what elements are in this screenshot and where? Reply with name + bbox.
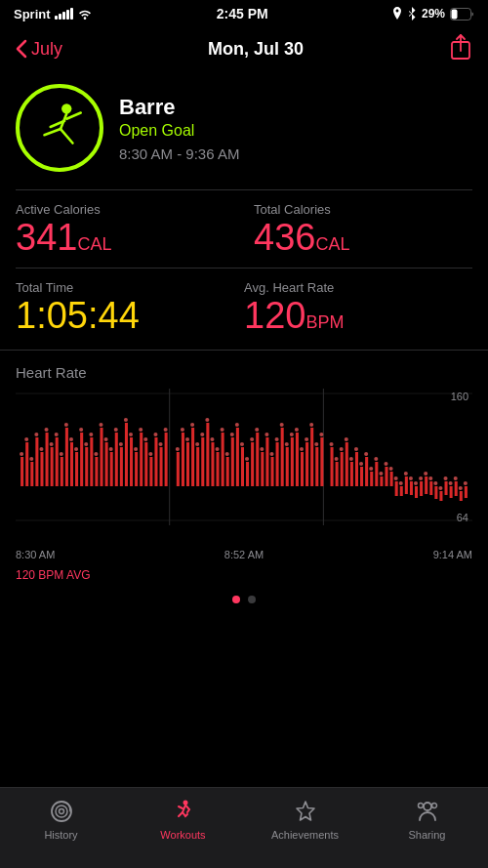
- svg-point-122: [264, 433, 268, 436]
- workout-goal: Open Goal: [119, 122, 239, 140]
- workout-icon: [16, 84, 103, 172]
- svg-rect-81: [211, 442, 214, 486]
- svg-rect-24: [70, 442, 73, 486]
- svg-rect-146: [390, 472, 393, 486]
- svg-line-9: [44, 129, 61, 135]
- svg-rect-33: [115, 433, 118, 486]
- nav-bar: July Mon, Jul 30: [0, 27, 488, 74]
- svg-point-56: [79, 428, 83, 432]
- heart-rate-chart: [16, 389, 472, 525]
- status-bar: Sprint 2:45 PM 29%: [0, 0, 488, 27]
- svg-rect-143: [375, 462, 378, 486]
- svg-point-166: [349, 457, 353, 461]
- svg-point-66: [129, 433, 133, 436]
- svg-rect-153: [425, 476, 427, 494]
- nav-title: Mon, Jul 30: [208, 39, 304, 60]
- svg-point-125: [280, 423, 284, 427]
- svg-point-54: [69, 437, 73, 441]
- svg-point-107: [190, 423, 194, 427]
- svg-rect-32: [110, 452, 113, 486]
- svg-point-70: [148, 452, 152, 456]
- chart-max-label: 160: [451, 391, 468, 402]
- share-icon: [449, 33, 472, 61]
- svg-point-179: [414, 481, 418, 485]
- svg-rect-135: [336, 462, 339, 486]
- svg-point-173: [384, 462, 387, 466]
- svg-rect-94: [276, 442, 279, 486]
- sharing-tab-icon: [414, 798, 441, 825]
- svg-point-115: [230, 433, 234, 436]
- svg-rect-102: [315, 447, 318, 486]
- svg-point-132: [314, 442, 318, 446]
- svg-rect-19: [46, 433, 49, 486]
- avg-heart-rate-label: Avg. Heart Rate: [244, 280, 472, 295]
- svg-rect-39: [144, 442, 147, 486]
- svg-point-59: [94, 452, 98, 456]
- svg-rect-20: [51, 447, 54, 486]
- avg-heart-rate-value: 120BPM: [244, 297, 472, 334]
- svg-point-165: [345, 437, 348, 441]
- nav-back-button[interactable]: July: [16, 39, 62, 60]
- svg-point-191: [56, 806, 67, 817]
- status-left: Sprint: [14, 7, 93, 21]
- pagination-dot-2[interactable]: [248, 596, 256, 603]
- status-time: 2:45 PM: [217, 6, 268, 21]
- svg-point-133: [319, 433, 323, 436]
- svg-rect-31: [105, 442, 108, 486]
- achievements-tab-icon: [292, 798, 319, 825]
- svg-rect-158: [450, 486, 453, 498]
- svg-rect-16: [30, 462, 33, 486]
- svg-rect-82: [217, 452, 220, 486]
- svg-point-130: [305, 437, 308, 441]
- svg-rect-134: [331, 447, 334, 486]
- svg-point-181: [424, 472, 427, 475]
- svg-point-116: [235, 423, 239, 427]
- pagination-dot-1[interactable]: [232, 596, 240, 603]
- svg-rect-43: [165, 433, 168, 486]
- share-button[interactable]: [449, 33, 472, 65]
- svg-point-163: [335, 457, 339, 461]
- activity-figure-icon: [30, 99, 89, 157]
- svg-point-117: [240, 442, 244, 446]
- svg-point-127: [290, 433, 294, 436]
- svg-rect-149: [405, 476, 408, 494]
- svg-point-105: [181, 428, 184, 432]
- total-calories-cell: Total Calories 436CAL: [244, 189, 472, 268]
- svg-point-71: [153, 433, 157, 436]
- svg-point-61: [104, 437, 108, 441]
- svg-rect-84: [226, 457, 229, 486]
- svg-marker-194: [297, 802, 314, 820]
- svg-rect-90: [256, 433, 259, 486]
- chart-container: 160 64: [16, 389, 472, 545]
- svg-line-6: [66, 112, 80, 118]
- svg-rect-74: [177, 452, 180, 486]
- svg-point-60: [99, 423, 102, 427]
- workout-header: Barre Open Goal 8:30 AM - 9:36 AM: [0, 74, 488, 189]
- svg-rect-23: [65, 428, 68, 486]
- bluetooth-icon: [407, 7, 417, 21]
- svg-point-4: [61, 103, 71, 113]
- svg-point-55: [74, 447, 78, 451]
- workout-time-range: 8:30 AM - 9:36 AM: [119, 145, 239, 162]
- tab-history[interactable]: History: [0, 798, 122, 841]
- svg-point-44: [20, 452, 23, 456]
- svg-point-69: [143, 437, 147, 441]
- tab-sharing[interactable]: Sharing: [366, 798, 488, 841]
- chart-title: Heart Rate: [16, 364, 472, 381]
- svg-point-174: [389, 467, 393, 471]
- tab-achievements[interactable]: Achievements: [244, 798, 366, 841]
- svg-rect-17: [35, 437, 38, 486]
- chart-avg-label: 120 BPM AVG: [16, 568, 472, 582]
- svg-point-126: [285, 442, 289, 446]
- workout-info: Barre Open Goal 8:30 AM - 9:36 AM: [119, 95, 239, 162]
- svg-point-72: [159, 442, 163, 446]
- svg-rect-96: [286, 447, 289, 486]
- avg-heart-rate-cell: Avg. Heart Rate 120BPM: [244, 268, 472, 346]
- active-calories-value: 341CAL: [16, 219, 244, 256]
- svg-rect-18: [40, 452, 43, 486]
- svg-rect-77: [191, 428, 194, 486]
- tab-workouts[interactable]: Workouts: [122, 798, 244, 841]
- svg-rect-80: [206, 423, 209, 486]
- svg-rect-79: [201, 437, 204, 486]
- svg-rect-154: [429, 481, 432, 495]
